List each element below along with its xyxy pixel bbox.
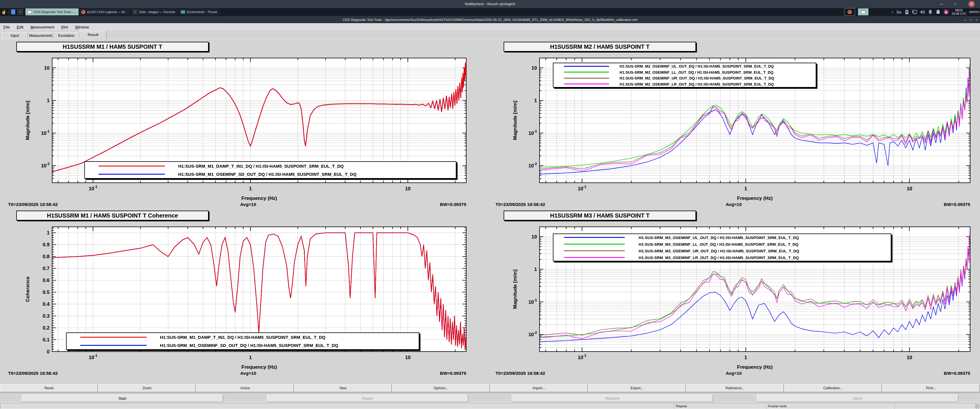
legend-label: H1:SUS-SRM_M2_OSEMINF_UR_OUT_DQ / H1:ISI… [619, 76, 774, 80]
legend-line-swatch [564, 257, 625, 258]
plot-pad-4[interactable]: 10-111010110-110-2H1SUSSRM M3 / HAM5 SUS… [493, 209, 975, 378]
tab-measurement[interactable]: Measurement [28, 32, 53, 39]
y-axis-label: Magnitude [m/m] [512, 254, 518, 324]
konsole-icon: > [133, 10, 137, 14]
plot-canvas[interactable]: 10-111010.90.80.70.60.50.40.30.20.10 [5, 209, 491, 378]
menu-plot[interactable]: Plot [58, 25, 72, 29]
tab-row: Input Measurement Excitation Result [0, 30, 980, 39]
volume-icon[interactable] [920, 10, 925, 14]
legend-label: H1:SUS-SRM_M3_OSEMINF_LL_OUT_DQ / H1:ISI… [639, 242, 798, 246]
task-button-konsole[interactable]: > Data : diaggui — Konsole [131, 8, 178, 15]
chevron-down-icon[interactable]: ∨ [892, 10, 894, 14]
terminal-launcher-icon[interactable]: > [18, 9, 23, 15]
reference-button[interactable]: Reference... [686, 384, 784, 392]
taskbar-clock[interactable]: 09/23 23:08 UTC [951, 8, 966, 15]
legend-label: H1:SUS-SRM_M2_OSEMINF_LR_OUT_DQ / H1:ISI… [619, 82, 774, 86]
measurement-control-row: Start Pause Resume Abort [0, 394, 980, 402]
menu-edit[interactable]: Edit [13, 25, 27, 29]
menu-window[interactable]: Window [72, 25, 92, 29]
plot-legend: H1:SUS-SRM_M2_OSEMINF_UL_OUT_DQ / H1:ISI… [553, 63, 816, 88]
svg-text:0: 0 [47, 349, 49, 355]
svg-text:10: 10 [44, 65, 49, 71]
tab-input[interactable]: Input [2, 32, 28, 39]
maximize-icon[interactable]: □ [951, 1, 959, 7]
window-icon [27, 10, 32, 14]
bw-label: BW=0.09375 [493, 371, 970, 376]
print-button[interactable]: Print... [882, 384, 980, 392]
reset-button[interactable]: Reset [0, 384, 98, 392]
active-button[interactable]: Active [196, 384, 294, 392]
window-title: CDS Diagnostic Test Tools - /ligo/svncom… [0, 16, 980, 24]
pause-button[interactable]: Pause [267, 395, 468, 402]
legend-label: H1:SUS-SRM_M2_OSEMINF_UL_OUT_DQ / H1:ISI… [619, 64, 774, 69]
menu-measurement[interactable]: Measurement [27, 25, 58, 29]
legend-line-swatch [564, 244, 625, 244]
svg-text:1: 1 [47, 230, 49, 236]
svg-text:10-1: 10-1 [89, 354, 97, 360]
nomachine-title: NoMachine - lhossh opslogin0 [0, 0, 980, 8]
legend-line-swatch [80, 337, 146, 338]
calibration-button[interactable]: Calibration... [784, 384, 882, 392]
legend-line-swatch [99, 174, 165, 175]
notification-icon[interactable] [897, 10, 902, 14]
ghost-icon[interactable] [935, 10, 940, 14]
svg-text:1: 1 [249, 355, 252, 360]
bell-icon[interactable] [928, 10, 933, 14]
plot-canvas[interactable]: 10-111010110-110-2 [5, 41, 491, 209]
x-axis-label: Frequency (Hz) [539, 195, 970, 201]
pointer-hand-icon[interactable]: ☝ [1, 9, 7, 14]
legend-line-swatch [564, 237, 625, 238]
minimize-icon[interactable]: — [938, 1, 945, 7]
clipboard-icon[interactable] [904, 10, 909, 14]
plot-legend: H1:SUS-SRM_M1_DAMP_T_IN1_DQ / H1:ISI-HAM… [84, 161, 457, 179]
svg-text:1: 1 [535, 267, 537, 272]
widget-icon[interactable] [11, 9, 15, 14]
close-icon[interactable]: ✗ [969, 1, 975, 7]
legend-line-swatch [564, 83, 609, 85]
abort-button[interactable]: Abort [757, 395, 958, 402]
taskbar: ☝ > ⋮⋮ CDS Diagnostic Test Tools -... aL… [0, 8, 980, 16]
start-button[interactable]: Start [22, 395, 223, 402]
legend-label: H1:SUS-SRM_M3_OSEMINF_LR_OUT_DQ / H1:ISI… [639, 255, 799, 260]
tab-result[interactable]: Result [80, 31, 107, 40]
flame-app-icon[interactable] [943, 9, 949, 14]
plot-title: H1SUSSRM M3 / HAM5 SUSPOINT T [504, 211, 696, 220]
display-icon[interactable] [912, 10, 917, 14]
new-button[interactable]: New [294, 384, 392, 392]
maximize-icon[interactable]: □ [970, 18, 972, 21]
export-button[interactable]: Export... [588, 384, 686, 392]
plot-pad-1[interactable]: 10-111010110-110-2H1SUSSRM M1 / HAM5 SUS… [5, 41, 491, 209]
plot-pad-3[interactable]: 10-111010.90.80.70.60.50.40.30.20.10H1SU… [5, 209, 491, 378]
svg-text:10: 10 [531, 65, 537, 71]
minimize-icon[interactable]: — [964, 18, 967, 21]
fourier-tools-select[interactable]: Fourier tools [766, 403, 894, 409]
close-icon[interactable]: ✗ [975, 18, 978, 21]
svg-text:1: 1 [249, 186, 252, 192]
plot-pad-2[interactable]: 10-111010110-110-2H1SUSSRM M2 / HAM5 SUS… [493, 41, 975, 209]
pager-firefox[interactable] [844, 8, 855, 16]
task-button-diaggui[interactable]: CDS Diagnostic Test Tools -... [25, 8, 78, 15]
x-axis-label: Frequency (Hz) [52, 364, 466, 370]
statusbar: Repeat Fourier tools [0, 402, 980, 409]
pager-active-window[interactable] [858, 8, 869, 15]
firefox-icon [81, 10, 85, 14]
svg-text:10: 10 [405, 186, 410, 192]
resize-grip[interactable] [975, 404, 980, 409]
svg-text:10-1: 10-1 [528, 298, 537, 305]
repeat-checkbox[interactable]: Repeat [674, 403, 766, 409]
options-button[interactable]: Options... [392, 384, 490, 392]
x-axis-label: Frequency (Hz) [539, 364, 970, 370]
svg-text:10-2: 10-2 [528, 162, 537, 169]
plot-legend: H1:SUS-SRM_M1_DAMP_T_IN1_DQ / H1:ISI-HAM… [66, 332, 419, 350]
legend-label: H1:SUS-SRM_M1_OSEMINF_SD_OUT_DQ / H1:ISI… [160, 343, 338, 348]
window-icon [861, 10, 865, 14]
task-button-logbook[interactable]: aLIGO LHO Logbook — M... [80, 8, 130, 15]
legend-entry: H1:SUS-SRM_M3_OSEMINF_LL_OUT_DQ / H1:ISI… [554, 241, 891, 248]
legend-line-swatch [80, 345, 146, 346]
zoom-button[interactable]: Zoom [98, 384, 196, 392]
task-button-thunar[interactable]: Screenshots - Thunar [179, 8, 221, 15]
import-button[interactable]: Import... [490, 384, 588, 392]
tab-excitation[interactable]: Excitation [53, 32, 80, 39]
menu-file[interactable]: File [0, 25, 13, 29]
resume-button[interactable]: Resume [512, 395, 713, 402]
